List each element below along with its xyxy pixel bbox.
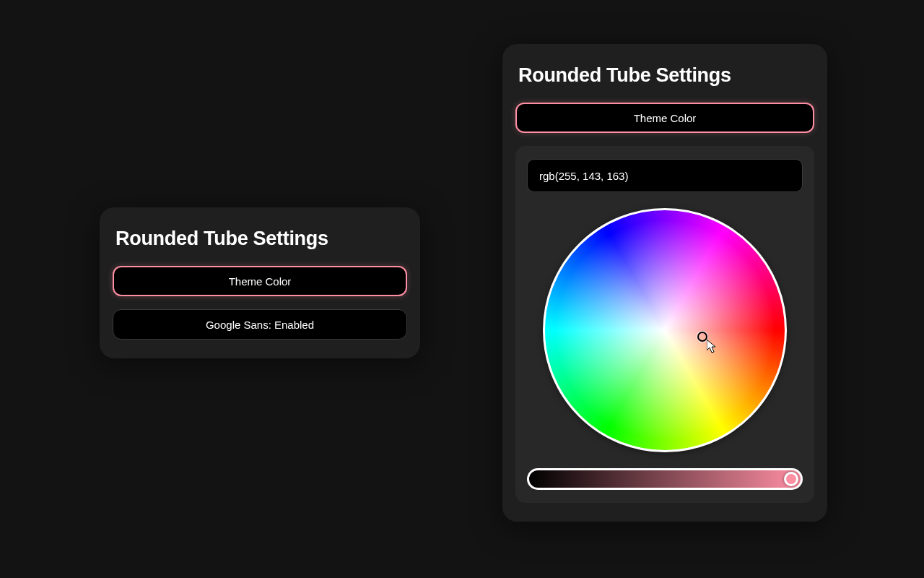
color-wheel[interactable] <box>543 208 787 452</box>
color-wheel-indicator[interactable] <box>697 332 707 342</box>
panel-title: Rounded Tube Settings <box>515 64 814 87</box>
panel-title: Rounded Tube Settings <box>113 228 407 250</box>
color-wheel-disc[interactable] <box>543 208 787 452</box>
theme-color-button[interactable]: Theme Color <box>515 103 814 133</box>
google-sans-toggle-button[interactable]: Google Sans: Enabled <box>113 309 407 340</box>
color-value-input[interactable] <box>527 159 803 192</box>
lightness-slider[interactable] <box>527 468 803 490</box>
color-picker-container <box>515 146 814 503</box>
settings-panel-expanded: Rounded Tube Settings Theme Color <box>502 44 827 522</box>
theme-color-button[interactable]: Theme Color <box>113 266 407 296</box>
lightness-slider-thumb[interactable] <box>784 472 798 486</box>
settings-panel-compact: Rounded Tube Settings Theme Color Google… <box>100 207 420 358</box>
